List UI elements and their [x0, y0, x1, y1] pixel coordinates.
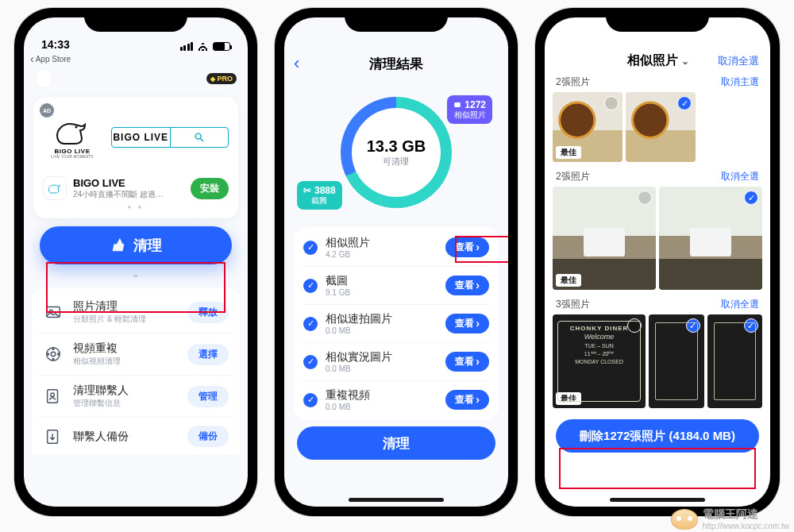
photo-icon — [43, 302, 64, 322]
svg-point-1 — [195, 133, 201, 139]
svg-point-9 — [48, 353, 49, 355]
select-circle-on[interactable]: ✓ — [677, 96, 692, 110]
ad-tag-icon: AD — [40, 103, 54, 118]
svg-rect-14 — [455, 102, 461, 107]
photo-thumb[interactable]: ✓ — [707, 314, 762, 408]
category-row[interactable]: ✓ 重複視頻0.0 MB 查看 — [302, 381, 491, 418]
page-title: 清理結果 — [369, 55, 423, 73]
select-circle-on[interactable]: ✓ — [744, 318, 758, 333]
menu-item-photos[interactable]: 照片清理分類照片 & 輕鬆清理 釋放 — [37, 291, 235, 333]
category-row[interactable]: ✓ 相似實況圖片0.0 MB 查看 — [302, 343, 491, 381]
select-circle-on[interactable]: ✓ — [744, 191, 758, 205]
deselect-group[interactable]: 取消全選 — [721, 170, 759, 183]
page-title[interactable]: 相似照片 — [627, 52, 689, 69]
svg-point-0 — [75, 126, 78, 129]
photo-thumb[interactable]: 最佳 CHONKY DINERWelcomeTUE – SUN11ᴬᴹ – 20… — [553, 314, 646, 408]
battery-icon — [213, 42, 230, 51]
view-button[interactable]: 查看 — [445, 352, 489, 372]
wifi-icon — [197, 42, 209, 51]
cellular-icon — [180, 42, 194, 51]
photo-group: 3張照片取消全選 最佳 CHONKY DINERWelcomeTUE – SUN… — [545, 295, 770, 413]
ad-app-sub: 24小時直播不間斷 超過… — [73, 189, 184, 200]
category-row[interactable]: ✓ 相似照片4.2 GB 查看 — [302, 229, 491, 267]
category-row[interactable]: ✓ 截圖9.1 GB 查看 — [302, 267, 491, 305]
donut-tag-screenshots: ✂ 3888 截圖 — [297, 181, 342, 210]
select-circle-on[interactable]: ✓ — [686, 318, 700, 333]
video-icon — [43, 344, 64, 364]
view-button[interactable]: 查看 — [445, 390, 489, 410]
ad-app-name: BIGO LIVE — [73, 177, 184, 189]
svg-point-7 — [52, 349, 54, 350]
clean-button[interactable]: 清理 — [40, 226, 232, 264]
select-circle[interactable] — [604, 96, 619, 110]
view-button[interactable]: 查看 — [445, 276, 489, 295]
photo-group: 2張照片取消主選 最佳 ✓ — [545, 72, 770, 167]
phone-3: 相似照片 取消全選 2張照片取消主選 最佳 ✓ 2張照片取消全選 最佳 ✓ — [535, 8, 780, 516]
back-button[interactable]: ‹ — [294, 53, 299, 74]
deselect-group[interactable]: 取消主選 — [721, 75, 759, 89]
svg-point-10 — [58, 353, 60, 355]
checkbox-on-icon[interactable]: ✓ — [303, 317, 318, 331]
ad-card: AD BIGO LIVE LIVE YOUR MOMENTS BIGO LIVE — [33, 97, 238, 218]
ad-search-box[interactable]: BIGO LIVE — [111, 127, 229, 148]
watermark: 電腦王阿達 http://www.kocpc.com.tw — [671, 507, 789, 530]
svg-point-6 — [51, 352, 56, 357]
photo-thumb[interactable]: ✓ — [649, 314, 703, 408]
menu-item-videos[interactable]: 視頻重複相似視頻清理 選擇 — [37, 333, 235, 376]
photo-group: 2張照片取消全選 最佳 ✓ — [545, 167, 770, 295]
ad-app-icon — [43, 176, 67, 200]
delete-button[interactable]: 刪除1272張照片 (4184.0 MB) — [556, 419, 759, 453]
search-icon — [170, 128, 229, 147]
action-pill[interactable]: 選擇 — [187, 344, 229, 365]
home-indicator[interactable] — [349, 498, 444, 502]
clean-button[interactable]: 清理 — [297, 426, 495, 460]
svg-line-2 — [200, 138, 203, 141]
category-row[interactable]: ✓ 相似連拍圖片0.0 MB 查看 — [302, 305, 491, 343]
backup-icon — [43, 426, 64, 447]
home-indicator[interactable] — [610, 498, 705, 502]
menu-item-backup[interactable]: 聯繫人備份 備份 — [37, 418, 235, 455]
clock: 14:33 — [41, 38, 70, 51]
photo-thumb[interactable]: ✓ — [659, 187, 762, 290]
broom-icon — [110, 237, 127, 254]
deselect-group[interactable]: 取消全選 — [721, 298, 759, 311]
donut-tag-similar: 1272 相似照片 — [447, 95, 492, 124]
select-circle[interactable] — [638, 191, 652, 205]
storage-donut: 1272 相似照片 13.3 GB 可清理 ✂ 3888 截圖 — [284, 81, 508, 224]
feature-menu: 照片清理分類照片 & 輕鬆清理 釋放 視頻重複相似視頻清理 選擇 清理聯繫人管理… — [32, 288, 240, 455]
chevron-up-icon[interactable]: ⌃ — [24, 272, 248, 285]
svg-point-8 — [52, 359, 54, 360]
watermark-logo — [671, 509, 698, 530]
highlight-box — [559, 448, 756, 489]
photo-thumb[interactable]: 最佳 — [553, 187, 656, 290]
view-button[interactable]: 查看 — [445, 237, 489, 257]
checkbox-on-icon[interactable]: ✓ — [303, 393, 318, 407]
action-pill[interactable]: 釋放 — [187, 302, 229, 323]
checkbox-on-icon[interactable]: ✓ — [303, 241, 318, 255]
phone-2: ‹ 清理結果 1272 相似照片 13.3 GB 可清理 ✂ 3888 截圖 — [275, 8, 518, 516]
view-button[interactable]: 查看 — [445, 314, 489, 333]
cleanup-categories: ✓ 相似照片4.2 GB 查看 ✓ 截圖9.1 GB 查看 ✓ 相似連拍圖片0.… — [294, 227, 499, 420]
menu-item-contacts[interactable]: 清理聯繫人管理聯繫信息 管理 — [37, 376, 235, 418]
checkbox-on-icon[interactable]: ✓ — [303, 279, 318, 293]
install-button[interactable]: 安裝 — [191, 178, 229, 199]
settings-hex-icon[interactable] — [35, 70, 52, 87]
phone-1: 14:33 App Store PRO AD BIGO LIVE — [14, 8, 257, 516]
contacts-icon — [43, 386, 64, 407]
deselect-all-button[interactable]: 取消全選 — [718, 54, 759, 68]
photo-thumb[interactable]: ✓ — [626, 92, 696, 162]
breadcrumb[interactable]: App Store — [24, 52, 248, 65]
checkbox-on-icon[interactable]: ✓ — [303, 355, 318, 369]
svg-point-12 — [51, 393, 55, 397]
action-pill[interactable]: 管理 — [187, 386, 229, 407]
carousel-dots: ● ● — [43, 203, 229, 210]
ad-logo: BIGO LIVE LIVE YOUR MOMENTS — [43, 108, 102, 167]
pro-badge[interactable]: PRO — [206, 73, 237, 84]
action-pill[interactable]: 備份 — [187, 426, 229, 447]
photo-thumb[interactable]: 最佳 — [553, 92, 622, 162]
